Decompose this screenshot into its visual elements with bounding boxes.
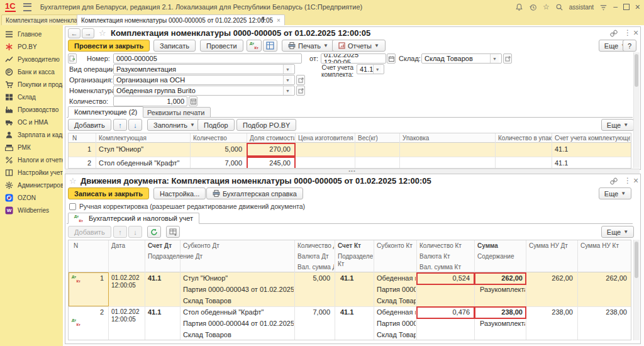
sidebar-item-po-by[interactable]: PO.BY xyxy=(0,40,63,53)
sidebar-item-bank-cash[interactable]: Банк и касса xyxy=(0,65,63,78)
quantity-input[interactable]: 1,000 xyxy=(113,96,187,106)
sidebar-item-fixed-assets[interactable]: ОС и НМА xyxy=(0,116,63,128)
scrollbar-thumb[interactable] xyxy=(635,242,638,278)
sidebar-item-rmk[interactable]: РМК xyxy=(0,141,63,153)
move-row-down-button[interactable]: ↓ xyxy=(128,226,142,238)
pick-po-by-button[interactable]: Подбор PO.BY xyxy=(236,119,296,131)
refresh-button[interactable] xyxy=(147,226,161,238)
organization-combo[interactable]: Организация на ОСН▼ xyxy=(113,75,295,85)
open-organization-button[interactable] xyxy=(296,75,305,85)
open-nomenclature-button[interactable] xyxy=(296,86,305,96)
window-menu-icon[interactable]: ⋮ xyxy=(624,176,631,185)
accounting-reference-button[interactable]: Бухгалтерская справка xyxy=(206,187,303,199)
sidebar-item-ozon[interactable]: OZON xyxy=(0,191,63,204)
organization-label: Организация: xyxy=(69,76,113,84)
more-actions-button[interactable]: Еще▼ xyxy=(599,187,631,199)
date-input[interactable]: 01.02.2025 12:00:05 xyxy=(321,53,386,64)
table-grid-icon xyxy=(266,42,274,50)
vertical-scrollbar[interactable] xyxy=(633,240,640,340)
chevron-down-icon[interactable]: ▼ xyxy=(490,54,499,63)
save-and-close-button[interactable]: Записать и закрыть xyxy=(68,187,149,199)
warehouse-combo[interactable]: Склад Товаров▼ xyxy=(421,53,502,64)
post-button[interactable]: Провести xyxy=(200,40,243,52)
table-more-button[interactable]: Еще▼ xyxy=(601,119,634,131)
operation-type-combo[interactable]: Разукомплектация▼ xyxy=(113,64,295,74)
tab-print-details[interactable]: Реквизиты печати xyxy=(141,107,211,118)
sidebar-item-taxes-reports[interactable]: Налоги и отчетность xyxy=(0,153,63,166)
nomenclature-combo[interactable]: Обеденная группа Burito▼ xyxy=(113,86,295,96)
scrollbar-thumb[interactable] xyxy=(635,54,638,87)
sidebar-item-wildberries[interactable]: W Wildberries xyxy=(0,204,63,216)
sidebar-item-accounting-settings[interactable]: Настройки учета xyxy=(0,166,63,179)
chevron-down-icon[interactable]: ▼ xyxy=(283,86,292,95)
sidebar-item-purchases-sales[interactable]: Покупки и продажи xyxy=(0,78,63,91)
truck-icon xyxy=(5,118,13,126)
fill-menu-button[interactable]: Заполнить▼ xyxy=(147,119,201,131)
move-row-up-button[interactable]: ↑ xyxy=(113,226,127,238)
component-account-label-line1: Счет учета xyxy=(316,64,353,71)
main-menu-icon[interactable] xyxy=(23,3,31,11)
sidebar-item-main[interactable]: Главное xyxy=(0,28,63,40)
sidebar-item-administration[interactable]: Администрирование xyxy=(0,179,63,191)
help-button[interactable]: ? xyxy=(623,40,636,52)
calendar-button[interactable] xyxy=(387,53,396,64)
minimize-button[interactable]: – xyxy=(613,3,618,11)
add-movement-button[interactable]: Добавить xyxy=(68,226,111,238)
manual-correction-label: Ручная корректировка (разрешает редактир… xyxy=(79,203,305,210)
manual-correction-checkbox[interactable] xyxy=(69,203,76,210)
close-window-icon[interactable]: × xyxy=(633,28,638,38)
refresh-number-button[interactable] xyxy=(68,53,77,64)
svg-text:W: W xyxy=(7,208,12,213)
close-window-icon[interactable]: × xyxy=(633,176,638,186)
get-link-icon[interactable] xyxy=(610,30,618,37)
reports-menu-button[interactable]: Отчеты▼ xyxy=(332,40,386,52)
refresh-icon xyxy=(150,228,158,236)
back-button[interactable]: ← xyxy=(68,28,80,38)
document-structure-button[interactable] xyxy=(263,40,277,52)
pin-tab-icon[interactable] xyxy=(259,16,267,24)
settings-button[interactable]: Настройка... xyxy=(153,187,206,199)
move-row-up-button[interactable]: ↑ xyxy=(113,119,127,131)
window-tab-komplektacia-document[interactable]: Комплектация номенклатуры 0000-000005 от… xyxy=(77,14,285,26)
open-warehouse-button[interactable] xyxy=(503,53,512,64)
close-app-button[interactable]: × xyxy=(635,3,640,11)
search-icon[interactable] xyxy=(555,3,564,11)
move-row-down-button[interactable]: ↓ xyxy=(128,119,142,131)
history-icon[interactable] xyxy=(529,3,537,11)
restore-button[interactable] xyxy=(623,4,630,10)
service-settings-icon[interactable] xyxy=(599,3,608,11)
window-menu-icon[interactable]: ⋮ xyxy=(624,28,631,37)
sidebar-item-manager[interactable]: Руководителю xyxy=(0,53,63,65)
favorite-star-icon[interactable]: ☆ xyxy=(99,28,106,38)
pick-button[interactable]: Подбор xyxy=(197,119,235,131)
favorite-star-icon[interactable]: ☆ xyxy=(69,176,77,186)
component-account-combo[interactable]: 41.1▼ xyxy=(357,64,384,74)
chevron-down-icon[interactable]: ▼ xyxy=(373,65,381,74)
chevron-down-icon[interactable]: ▼ xyxy=(283,75,292,84)
tab-components[interactable]: Комплектующие (2) xyxy=(68,106,143,118)
movements-title: Движения документа: Комплектация номенкл… xyxy=(80,176,431,186)
current-user-label[interactable]: assistant xyxy=(569,4,594,11)
sidebar-item-salary-hr[interactable]: Зарплата и кадры xyxy=(0,128,63,141)
table-more-button[interactable]: Еще▼ xyxy=(601,226,634,238)
notifications-bell-icon[interactable] xyxy=(515,3,523,11)
chevron-down-icon[interactable]: ▼ xyxy=(283,65,292,74)
show-postings-dtkt-button[interactable]: ДтКт xyxy=(247,40,262,52)
close-tab-icon[interactable]: × xyxy=(277,17,280,24)
output-list-button[interactable] xyxy=(166,226,180,238)
post-and-close-button[interactable]: Провести и закрыть xyxy=(68,40,150,52)
print-menu-button[interactable]: Печать▼ xyxy=(282,40,335,52)
calculator-button[interactable] xyxy=(189,96,197,106)
forward-button[interactable]: → xyxy=(82,28,94,38)
sidebar-item-production[interactable]: Производство xyxy=(0,103,63,116)
get-link-icon[interactable] xyxy=(610,177,618,185)
tab-accounting-tax[interactable]: ДтКт Бухгалтерский и налоговый учет xyxy=(68,213,199,224)
annotation-box-sum-row1 xyxy=(474,272,526,285)
vertical-scrollbar[interactable] xyxy=(633,52,640,168)
sidebar-item-warehouse[interactable]: Склад xyxy=(0,91,63,103)
favorites-star-icon[interactable]: ☆ xyxy=(543,3,550,11)
add-row-button[interactable]: Добавить xyxy=(68,119,111,131)
annotation-box-qty-kt-row2 xyxy=(416,306,475,319)
number-input[interactable]: 0000-000005 xyxy=(113,53,302,64)
save-button[interactable]: Записать xyxy=(153,40,196,52)
